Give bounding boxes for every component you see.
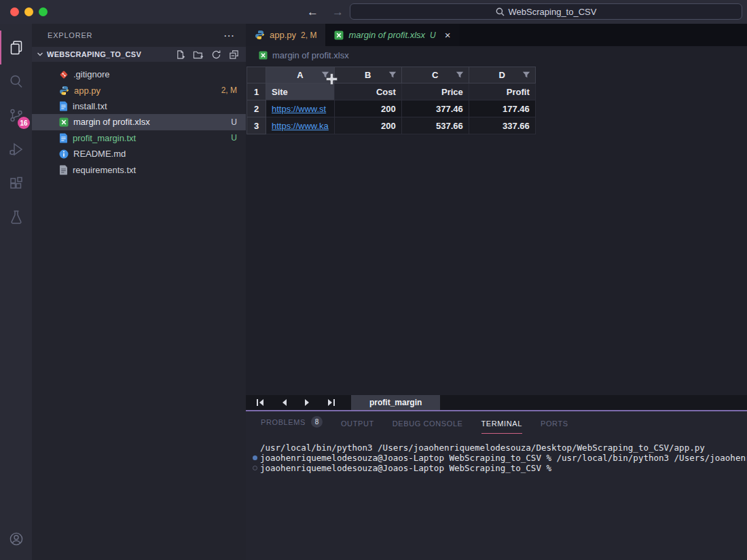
run-debug-icon[interactable] bbox=[0, 132, 32, 166]
cell-c3[interactable]: 537.66 bbox=[401, 117, 469, 134]
history-forward-button[interactable]: → bbox=[332, 5, 344, 19]
tab-terminal[interactable]: TERMINAL bbox=[481, 419, 522, 434]
search-sidebar-icon[interactable] bbox=[0, 64, 32, 98]
close-window-button[interactable] bbox=[10, 7, 19, 16]
cell-b1[interactable]: Cost bbox=[334, 83, 401, 100]
cell-a1[interactable]: Site bbox=[266, 83, 335, 100]
tab-debug-console[interactable]: DEBUG CONSOLE bbox=[393, 419, 463, 434]
cell-b2[interactable]: 200 bbox=[334, 100, 401, 117]
collapse-all-icon[interactable] bbox=[229, 50, 239, 60]
filter-icon[interactable] bbox=[522, 71, 530, 79]
source-control-icon[interactable]: 16 bbox=[0, 98, 32, 132]
git-status-badge: 2, M bbox=[221, 86, 237, 95]
refresh-icon[interactable] bbox=[211, 50, 221, 60]
testing-beaker-icon[interactable] bbox=[0, 200, 32, 234]
file-row-profit-margin-txt[interactable]: profit_margin.txt U bbox=[32, 130, 246, 146]
excel-icon bbox=[59, 117, 69, 127]
cell-d3[interactable]: 337.66 bbox=[469, 117, 535, 134]
column-header-a[interactable]: A bbox=[266, 67, 335, 83]
next-sheet-icon[interactable] bbox=[304, 399, 310, 406]
corner-cell[interactable] bbox=[247, 67, 266, 83]
tab-label: margin of profit.xlsx bbox=[348, 30, 425, 40]
chevron-down-icon bbox=[37, 52, 43, 57]
excel-icon bbox=[259, 51, 268, 60]
tab-ports[interactable]: PORTS bbox=[541, 419, 568, 434]
file-row-app-py[interactable]: app.py 2, M bbox=[32, 82, 246, 98]
extensions-icon[interactable] bbox=[0, 166, 32, 200]
text-file-icon bbox=[59, 101, 68, 111]
cell-a2[interactable]: https://www.st bbox=[266, 100, 335, 117]
tab-margin-of-profit-xlsx[interactable]: margin of profit.xlsx U × bbox=[325, 24, 459, 46]
command-pending-dot-icon bbox=[250, 466, 260, 470]
account-icon[interactable] bbox=[0, 523, 32, 555]
panel-tab-bar: PROBLEMS 8 OUTPUT DEBUG CONSOLE TERMINAL… bbox=[246, 411, 747, 434]
close-icon[interactable]: × bbox=[445, 29, 451, 41]
cell-d2[interactable]: 177.46 bbox=[469, 100, 535, 117]
maximize-window-button[interactable] bbox=[39, 7, 48, 16]
python-icon bbox=[59, 86, 69, 96]
column-header-b[interactable]: B bbox=[334, 67, 401, 83]
sheet-tab-profit-margin[interactable]: profit_margin bbox=[351, 395, 440, 410]
file-row-readme-md[interactable]: README.md bbox=[32, 146, 246, 162]
cell-b3[interactable]: 200 bbox=[334, 117, 401, 134]
filter-icon[interactable] bbox=[456, 71, 464, 79]
tab-output[interactable]: OUTPUT bbox=[341, 419, 374, 434]
activity-bar: 16 bbox=[0, 24, 32, 560]
first-sheet-icon[interactable] bbox=[257, 399, 264, 406]
cell-c1[interactable]: Price bbox=[401, 83, 469, 100]
filter-icon[interactable] bbox=[388, 71, 397, 79]
column-letter: B bbox=[365, 70, 371, 80]
last-sheet-icon[interactable] bbox=[327, 399, 335, 406]
row-number[interactable]: 2 bbox=[247, 100, 266, 117]
info-icon bbox=[59, 149, 69, 159]
tab-dirty-badge: 2, M bbox=[301, 31, 316, 40]
file-row-requirements-txt[interactable]: requirements.txt bbox=[32, 162, 246, 177]
column-header-d[interactable]: D bbox=[469, 67, 535, 83]
new-folder-icon[interactable] bbox=[193, 50, 204, 60]
vscode-window: ← → WebScraping_to_CSV bbox=[0, 0, 747, 560]
cell-a3[interactable]: https://www.ka bbox=[266, 117, 335, 134]
window-controls bbox=[10, 7, 48, 16]
cell-c2[interactable]: 377.46 bbox=[401, 100, 469, 117]
table-row: 1 Site Cost Price Profit bbox=[247, 83, 536, 100]
tab-app-py[interactable]: app.py 2, M bbox=[246, 24, 325, 46]
search-text: WebScraping_to_CSV bbox=[509, 7, 597, 17]
cell-d1[interactable]: Profit bbox=[469, 83, 535, 100]
table-row: 3 https://www.ka 200 537.66 337.66 bbox=[247, 117, 536, 134]
workspace-folder-header[interactable]: WEBSCRAPING_TO_CSV bbox=[32, 47, 246, 62]
tab-problems[interactable]: PROBLEMS 8 bbox=[261, 416, 323, 434]
row-number[interactable]: 3 bbox=[247, 117, 266, 134]
file-name: app.py bbox=[74, 86, 101, 96]
text-file-icon bbox=[59, 133, 68, 143]
breadcrumb[interactable]: margin of profit.xlsx bbox=[246, 46, 747, 64]
file-icon bbox=[59, 165, 68, 175]
row-number[interactable]: 1 bbox=[247, 83, 266, 100]
terminal-line: /usr/local/bin/python3 /Users/joaohenriq… bbox=[250, 443, 747, 453]
spreadsheet-grid[interactable]: A B C D bbox=[247, 67, 536, 134]
column-header-c[interactable]: C bbox=[401, 67, 469, 83]
table-row: 2 https://www.st 200 377.46 177.46 bbox=[247, 100, 536, 117]
file-name: install.txt bbox=[73, 101, 107, 111]
command-center-search[interactable]: WebScraping_to_CSV bbox=[350, 3, 742, 20]
url-link[interactable]: https://www.st bbox=[272, 104, 326, 114]
new-file-icon[interactable] bbox=[175, 50, 185, 60]
file-row-install-txt[interactable]: install.txt bbox=[32, 98, 246, 114]
file-row-margin-of-profit-xlsx[interactable]: margin of profit.xlsx U bbox=[32, 114, 246, 130]
minimize-window-button[interactable] bbox=[24, 7, 33, 16]
explorer-files-icon[interactable] bbox=[0, 31, 32, 64]
file-row-gitignore[interactable]: .gitignore bbox=[32, 67, 246, 82]
panel-tab-label: DEBUG CONSOLE bbox=[393, 419, 463, 428]
git-icon bbox=[59, 70, 69, 79]
panel-tab-label: PROBLEMS bbox=[261, 418, 306, 426]
editor-tab-bar: app.py 2, M margin of profit.xlsx U × bbox=[246, 24, 747, 46]
terminal-text: joaohenriquemelodesouza@Joaos-Laptop Web… bbox=[260, 463, 551, 473]
explorer-more-actions-icon[interactable]: ⋯ bbox=[223, 29, 235, 42]
previous-sheet-icon[interactable] bbox=[281, 399, 287, 406]
terminal-line: joaohenriquemelodesouza@Joaos-Laptop Web… bbox=[250, 453, 747, 463]
column-letter: D bbox=[499, 70, 505, 80]
history-back-button[interactable]: ← bbox=[307, 5, 318, 19]
url-link[interactable]: https://www.ka bbox=[272, 121, 329, 131]
terminal-output[interactable]: /usr/local/bin/python3 /Users/joaohenriq… bbox=[246, 434, 747, 473]
cell-cursor-crosshair bbox=[325, 73, 338, 86]
excel-icon bbox=[334, 31, 344, 40]
